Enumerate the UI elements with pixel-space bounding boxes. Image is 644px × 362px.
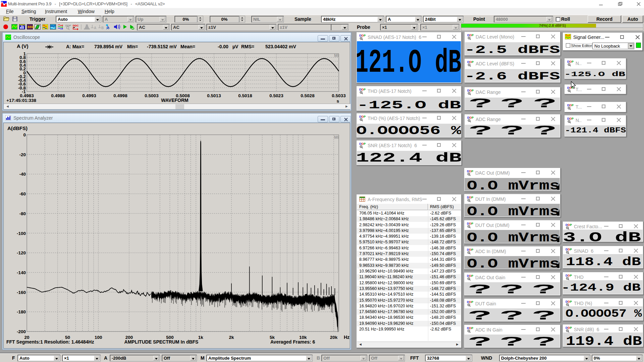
svg-text:RMS=: RMS=	[241, 44, 254, 49]
svg-text:100: 100	[95, 335, 102, 340]
svg-text:DDP: DDP	[467, 274, 473, 278]
svg-text:-739.5152 mV: -739.5152 mV	[147, 44, 177, 49]
svg-text:-100: -100	[17, 231, 26, 236]
svg-text:AMPLITUDE SPECTRUM In dBFS: AMPLITUDE SPECTRUM In dBFS	[124, 339, 199, 345]
svg-text:0: 0	[23, 132, 26, 137]
svg-text:DDP: DDP	[359, 142, 366, 145]
svg-text:-60: -60	[19, 191, 26, 196]
svg-text:DDP: DDP	[467, 222, 473, 225]
svg-text:-80: -80	[19, 211, 26, 216]
svg-text:0.5003: 0.5003	[145, 93, 159, 98]
svg-text:DDP: DDP	[359, 115, 366, 118]
svg-text:DDP: DDP	[467, 89, 474, 92]
svg-text:DDP: DDP	[566, 300, 572, 303]
svg-text:0.5018: 0.5018	[238, 93, 252, 98]
svg-text:DDC: DDC	[73, 24, 79, 27]
svg-text:-0.00: -0.00	[218, 44, 228, 49]
svg-text:0.4998: 0.4998	[113, 93, 127, 98]
svg-text:DDP: DDP	[467, 196, 473, 199]
svg-text:DUT: DUT	[51, 24, 56, 27]
svg-text:DDP: DDP	[566, 248, 572, 251]
svg-text:-160: -160	[17, 290, 26, 295]
svg-text:+17:45:01:338: +17:45:01:338	[6, 98, 36, 103]
svg-text:Averaged Frames: 6: Averaged Frames: 6	[270, 339, 315, 345]
svg-text:FFT Segments:1 Resolution: 1: FFT Segments:1 Resolution: 1.46484Hz	[6, 339, 94, 345]
svg-text:s: s	[336, 99, 339, 104]
svg-text:DDP: DDP	[467, 300, 473, 304]
svg-text:523.04402 mV: 523.04402 mV	[265, 44, 297, 49]
svg-text:DDP: DDP	[566, 326, 572, 329]
svg-text:WAVEFORM: WAVEFORM	[161, 98, 188, 103]
svg-text:B: B	[101, 26, 104, 30]
svg-text:-180: -180	[17, 309, 26, 314]
svg-text:20k: 20k	[330, 335, 338, 340]
svg-text:-200: -200	[17, 329, 26, 334]
svg-text:DDP: DDP	[467, 116, 474, 119]
svg-text:0.4993: 0.4993	[82, 93, 96, 98]
svg-text:DDP: DDP	[359, 34, 366, 37]
svg-text:-20: -20	[19, 152, 26, 157]
svg-text:MIn=: MIn=	[127, 44, 138, 49]
svg-text:Mi: Mi	[334, 135, 339, 140]
svg-text:DDP: DDP	[467, 248, 473, 251]
svg-text:A: A	[94, 26, 96, 30]
svg-text:Mi: Mi	[334, 53, 339, 58]
svg-text:µV: µV	[232, 44, 238, 49]
svg-text:DDP: DDP	[467, 326, 473, 330]
svg-text:0.5013: 0.5013	[207, 93, 221, 98]
svg-text:A: Max=: A: Max=	[66, 44, 84, 49]
svg-text:888: 888	[28, 25, 34, 29]
svg-text:DDP: DDP	[467, 60, 474, 64]
svg-text:A (V): A (V)	[17, 43, 28, 49]
svg-text:-120: -120	[17, 250, 26, 255]
svg-text:Mean=: Mean=	[180, 44, 195, 49]
svg-text:739.8954 mV: 739.8954 mV	[94, 44, 123, 49]
svg-text:DDP: DDP	[566, 223, 572, 227]
svg-text:1k: 1k	[198, 335, 204, 340]
svg-text:DDP: DDP	[467, 34, 474, 37]
svg-text:DDP: DDP	[567, 60, 574, 63]
svg-text:0.5033: 0.5033	[332, 93, 346, 98]
svg-text:DDP: DDP	[566, 274, 572, 277]
svg-text:Hz: Hz	[344, 335, 350, 340]
svg-text:DDP: DDP	[467, 170, 473, 173]
svg-text:2k: 2k	[229, 335, 234, 340]
svg-text:-140: -140	[17, 270, 26, 275]
svg-text:A(dBFS): A(dBFS)	[7, 125, 28, 131]
svg-text:0.5028: 0.5028	[301, 93, 315, 98]
svg-text:0.4983: 0.4983	[20, 93, 34, 98]
svg-text:DDP: DDP	[359, 88, 366, 91]
svg-text:DDP: DDP	[567, 117, 574, 120]
svg-text:0.4988: 0.4988	[51, 93, 65, 98]
svg-text:0.5023: 0.5023	[269, 93, 283, 98]
svg-text:DDP: DDP	[567, 104, 574, 107]
svg-text:-40: -40	[19, 172, 26, 177]
